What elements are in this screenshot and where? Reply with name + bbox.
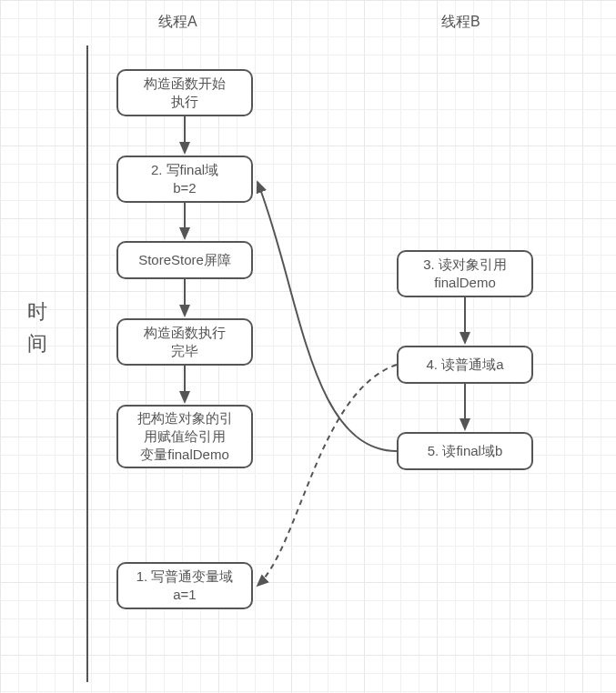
time-axis-line <box>86 45 88 682</box>
box-constructor-start: 构造函数开始执行 <box>116 69 253 116</box>
box-read-reference: 3. 读对象引用finalDemo <box>397 250 533 297</box>
box-read-normal-a: 4. 读普通域a <box>397 346 533 384</box>
thread-a-header: 线程A <box>158 13 197 32</box>
time-axis-label: 时间 <box>27 296 49 359</box>
box-read-final-b: 5. 读final域b <box>397 432 533 470</box>
box-storestore-barrier: StoreStore屏障 <box>116 241 253 279</box>
arrow-readnormal-to-writenormal <box>258 365 397 586</box>
arrow-readfinal-to-writefinal <box>258 182 397 451</box>
thread-b-header: 线程B <box>441 13 480 32</box>
box-write-normal-a: 1. 写普通变量域a=1 <box>116 562 253 609</box>
box-write-final-b: 2. 写final域b=2 <box>116 156 253 203</box>
box-constructor-end: 构造函数执行完毕 <box>116 318 253 366</box>
box-assign-reference: 把构造对象的引用赋值给引用变量finalDemo <box>116 405 253 468</box>
